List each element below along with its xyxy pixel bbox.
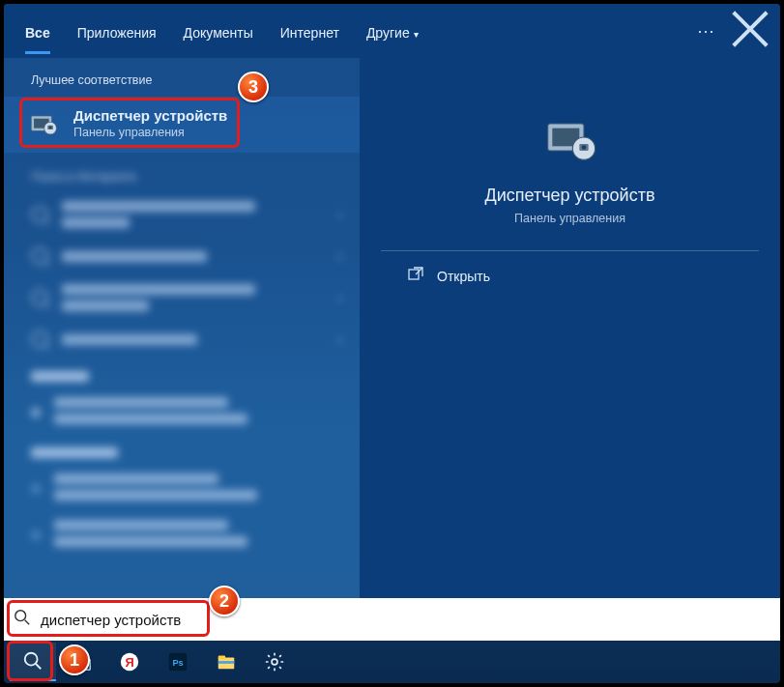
device-manager-large-icon	[543, 110, 597, 168]
svg-point-9	[581, 145, 586, 150]
svg-rect-21	[218, 661, 235, 664]
blurred-results: Поиск в Интернете › › › ›	[4, 153, 360, 557]
taskbar: Я Ps	[4, 641, 780, 683]
details-subtitle: Панель управления	[514, 212, 625, 225]
details-title: Диспетчер устройств	[485, 186, 655, 206]
callout-badge-3: 3	[238, 72, 269, 102]
best-match-label: Лучшее соответствие	[4, 58, 360, 97]
tab-more[interactable]: Другие▾	[353, 8, 432, 54]
taskbar-explorer[interactable]	[203, 643, 249, 681]
svg-rect-20	[218, 656, 225, 660]
tab-internet[interactable]: Интернет	[267, 8, 353, 54]
tab-all[interactable]: Все	[12, 8, 64, 54]
taskbar-search-button[interactable]	[10, 643, 56, 681]
taskbar-settings[interactable]	[251, 643, 298, 681]
results-list: Лучшее соответствие Диспетчер устройств	[4, 58, 360, 598]
search-input-row	[4, 598, 780, 641]
open-icon	[408, 267, 423, 285]
callout-badge-1: 1	[59, 644, 90, 675]
tab-apps[interactable]: Приложения	[64, 8, 170, 54]
device-manager-icon	[27, 106, 60, 139]
search-icon	[14, 609, 31, 630]
callout-badge-2: 2	[209, 586, 240, 616]
best-match-item[interactable]: Диспетчер устройств Панель управления	[4, 97, 360, 153]
more-options-button[interactable]: ⋯	[683, 20, 728, 42]
taskbar-photoshop[interactable]: Ps	[155, 643, 201, 681]
search-input[interactable]	[41, 612, 770, 628]
svg-point-22	[272, 659, 277, 665]
svg-text:Ps: Ps	[172, 658, 183, 668]
svg-point-12	[25, 653, 38, 666]
taskbar-yandex[interactable]: Я	[106, 643, 153, 681]
close-button[interactable]	[728, 7, 772, 55]
tab-docs[interactable]: Документы	[170, 8, 267, 54]
svg-text:Я: Я	[125, 655, 133, 670]
details-pane: Диспетчер устройств Панель управления От…	[360, 58, 780, 598]
open-action[interactable]: Открыть	[360, 251, 490, 285]
best-match-subtitle: Панель управления	[73, 126, 227, 139]
svg-point-4	[49, 127, 52, 129]
category-tabs: Все Приложения Документы Интернет Другие…	[4, 4, 780, 58]
open-label: Открыть	[437, 269, 490, 284]
best-match-title: Диспетчер устройств	[73, 107, 227, 124]
svg-point-11	[15, 611, 26, 621]
svg-rect-10	[409, 270, 419, 279]
search-results-panel: Все Приложения Документы Интернет Другие…	[4, 4, 780, 598]
